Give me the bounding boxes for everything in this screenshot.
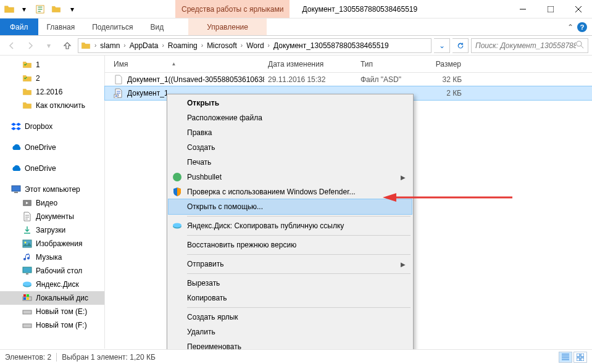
status-item-count: Элементов: 2	[5, 353, 51, 362]
breadcrumb-item[interactable]: Microsoft	[207, 41, 237, 50]
nav-dropbox[interactable]: Dropbox	[0, 120, 104, 133]
column-date[interactable]: Дата изменения	[264, 60, 357, 68]
yandex-disk-icon	[22, 279, 32, 289]
cm-file-location[interactable]: Расположение файла	[169, 110, 412, 125]
cm-send-to[interactable]: Отправить▶	[169, 257, 412, 271]
nav-videos[interactable]: Видео	[0, 196, 104, 210]
nav-folder-12-2016[interactable]: 12.2016	[0, 85, 104, 99]
qat-new-folder-icon[interactable]	[49, 2, 63, 16]
nav-onedrive-2[interactable]: OneDrive	[0, 162, 104, 175]
icons-view-button[interactable]	[573, 352, 587, 363]
qat-dropdown2-icon[interactable]: ▾	[65, 2, 79, 16]
nav-documents[interactable]: Документы	[0, 210, 104, 223]
cm-delete[interactable]: Удалить	[169, 325, 412, 339]
nav-downloads[interactable]: Загрузки	[0, 223, 104, 237]
svg-rect-12	[23, 267, 31, 273]
cm-yandex-copy-link[interactable]: Яндекс.Диск: Скопировать публичную ссылк…	[169, 218, 412, 233]
nav-up-button[interactable]	[59, 38, 75, 54]
music-icon	[22, 252, 32, 262]
cm-print[interactable]: Печать	[169, 155, 412, 170]
nav-label: 2	[36, 74, 40, 83]
search-input[interactable]	[475, 41, 576, 50]
status-separator	[56, 353, 57, 362]
contextual-tools-label: Средства работы с ярлыками	[175, 0, 290, 18]
sort-asc-icon: ▲	[171, 61, 176, 67]
chevron-icon[interactable]: ›	[264, 42, 273, 49]
nav-forward-button[interactable]	[22, 38, 38, 54]
nav-onedrive-1[interactable]: OneDrive	[0, 141, 104, 154]
folder-icon	[22, 73, 32, 83]
column-size[interactable]: Размер	[419, 60, 468, 68]
qat-properties-icon[interactable]	[33, 2, 47, 16]
cm-pushbullet[interactable]: Pushbullet▶	[169, 170, 412, 184]
collapse-ribbon-icon[interactable]: ⌃	[567, 23, 573, 31]
details-view-button[interactable]	[559, 352, 572, 363]
breadcrumb-item[interactable]: Roaming	[168, 41, 198, 50]
cm-cut[interactable]: Вырезать	[169, 276, 412, 291]
nav-pictures[interactable]: Изображения	[0, 237, 104, 250]
documents-icon	[22, 212, 32, 221]
address-dropdown-button[interactable]: ⌄	[434, 38, 450, 53]
tab-share[interactable]: Поделиться	[83, 19, 141, 35]
drive-icon	[22, 293, 32, 303]
yandex-disk-icon	[172, 220, 183, 231]
nav-folder-howto[interactable]: Как отключить	[0, 99, 104, 112]
file-size: 2 КБ	[419, 89, 468, 97]
nav-desktop[interactable]: Рабочий стол	[0, 264, 104, 278]
menu-separator	[187, 216, 411, 217]
nav-volume-f[interactable]: Новый том (F:)	[0, 318, 104, 332]
cm-open-with[interactable]: Открыть с помощью...	[169, 199, 412, 214]
column-name[interactable]: Имя▲	[110, 60, 264, 68]
nav-folder-2[interactable]: 2	[0, 72, 104, 85]
onedrive-icon	[11, 143, 21, 152]
tab-file[interactable]: Файл	[0, 19, 38, 35]
nav-label: Этот компьютер	[25, 185, 80, 194]
search-box[interactable]	[471, 38, 588, 53]
file-row[interactable]: Документ_1((Unsaved-305588053610638... 2…	[105, 73, 592, 86]
cm-new[interactable]: Создать	[169, 140, 412, 155]
nav-this-pc[interactable]: Этот компьютер	[0, 183, 104, 196]
minimize-button[interactable]	[509, 0, 536, 19]
qat-dropdown-icon[interactable]: ▾	[17, 2, 31, 16]
help-icon[interactable]: ?	[577, 22, 587, 32]
cm-create-shortcut[interactable]: Создать ярлык	[169, 310, 412, 325]
breadcrumb-item[interactable]: Word	[246, 41, 264, 50]
svg-line-6	[581, 46, 583, 48]
maximize-button[interactable]	[536, 0, 564, 19]
chevron-icon[interactable]: ›	[91, 42, 100, 49]
breadcrumb-item[interactable]: slamn	[100, 41, 120, 50]
chevron-icon[interactable]: ›	[120, 42, 129, 49]
breadcrumb-item[interactable]: AppData	[130, 41, 159, 50]
svg-rect-32	[581, 358, 584, 361]
nav-back-button[interactable]	[4, 38, 20, 54]
column-type[interactable]: Тип	[357, 60, 419, 68]
navigation-pane[interactable]: 1 2 12.2016 Как отключить Dropbox OneDri…	[0, 56, 105, 349]
cm-edit[interactable]: Правка	[169, 125, 412, 140]
cm-defender-scan[interactable]: Проверка с использованием Windows Defend…	[169, 184, 412, 199]
nav-recent-dropdown[interactable]: ▾	[41, 38, 57, 54]
close-button[interactable]	[564, 0, 592, 19]
menu-separator	[187, 254, 411, 255]
menu-separator	[187, 307, 411, 308]
tab-home[interactable]: Главная	[38, 19, 84, 35]
downloads-icon	[22, 225, 32, 235]
cm-open[interactable]: Открыть	[169, 96, 412, 110]
nav-yandex-disk[interactable]: Яндекс.Диск	[0, 278, 104, 291]
nav-volume-e[interactable]: Новый том (E:)	[0, 305, 104, 318]
refresh-button[interactable]	[452, 38, 469, 53]
chevron-icon[interactable]: ›	[237, 42, 246, 49]
chevron-icon[interactable]: ›	[158, 42, 167, 49]
nav-music[interactable]: Музыка	[0, 250, 104, 264]
chevron-icon[interactable]: ›	[198, 42, 207, 49]
pushbullet-icon	[172, 172, 183, 183]
tab-view[interactable]: Вид	[141, 19, 172, 35]
breadcrumb-item[interactable]: Документ_1305587880538465519	[273, 41, 389, 50]
defender-icon	[172, 186, 183, 197]
cm-restore-previous[interactable]: Восстановить прежнюю версию	[169, 238, 412, 252]
tab-manage[interactable]: Управление	[188, 19, 267, 35]
nav-folder-1[interactable]: 1	[0, 58, 104, 72]
nav-local-disk[interactable]: Локальный дис	[0, 291, 104, 305]
breadcrumb[interactable]: › slamn › AppData › Roaming › Microsoft …	[78, 38, 431, 53]
cm-copy[interactable]: Копировать	[169, 291, 412, 305]
search-icon[interactable]	[576, 41, 584, 51]
